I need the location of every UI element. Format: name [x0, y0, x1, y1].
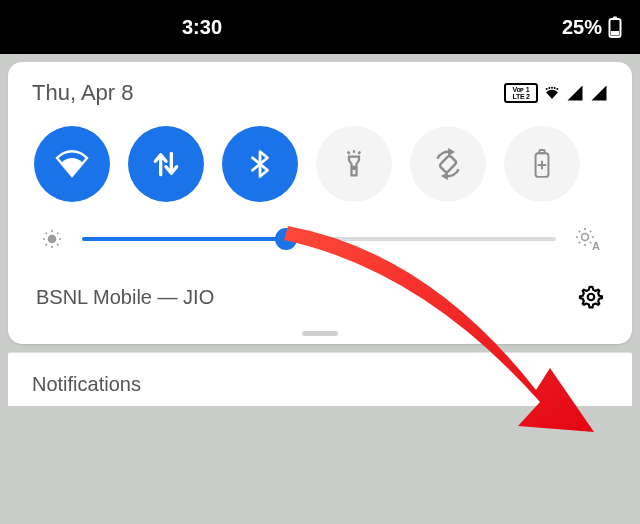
- svg-line-11: [358, 152, 360, 155]
- notifications-label: Notifications: [32, 373, 141, 395]
- flashlight-icon: [339, 149, 369, 179]
- wifi-icon: [54, 146, 90, 182]
- bluetooth-icon: [245, 149, 275, 179]
- signal-bar-2-icon: [590, 84, 608, 102]
- brightness-row: A: [32, 226, 608, 252]
- svg-line-34: [590, 231, 591, 232]
- svg-point-7: [556, 88, 558, 90]
- svg-point-17: [49, 236, 56, 243]
- svg-line-33: [579, 242, 580, 243]
- wifi-tile[interactable]: [34, 126, 110, 202]
- svg-rect-1: [613, 17, 617, 20]
- brightness-thumb[interactable]: [275, 228, 297, 250]
- battery-saver-icon: [529, 149, 555, 179]
- svg-point-6: [554, 87, 556, 89]
- data-arrows-icon: [150, 148, 182, 180]
- svg-point-26: [582, 234, 589, 241]
- mobile-data-tile[interactable]: [128, 126, 204, 202]
- carrier-label[interactable]: BSNL Mobile — JIO: [36, 286, 214, 309]
- autorotate-icon: [432, 148, 464, 180]
- notifications-header[interactable]: Notifications: [8, 352, 632, 406]
- autorotate-tile[interactable]: [410, 126, 486, 202]
- status-bar: 3:30 25%: [0, 0, 640, 54]
- svg-text:A: A: [592, 240, 600, 252]
- svg-rect-12: [439, 155, 457, 173]
- brightness-low-icon: [40, 227, 64, 251]
- svg-line-25: [57, 233, 58, 234]
- brightness-slider[interactable]: [82, 237, 556, 241]
- signal-bar-1-icon: [566, 84, 584, 102]
- battery-icon: [608, 16, 622, 38]
- drag-handle[interactable]: [302, 331, 338, 336]
- date-label[interactable]: Thu, Apr 8: [32, 80, 134, 106]
- svg-line-23: [57, 244, 58, 245]
- brightness-fill: [82, 237, 286, 241]
- flashlight-tile[interactable]: [316, 126, 392, 202]
- battery-percent: 25%: [562, 16, 602, 39]
- qs-tiles-row: [32, 126, 608, 202]
- gear-icon[interactable]: [578, 284, 604, 310]
- status-icons-group: Voᴩ 1LTE 2: [504, 83, 608, 103]
- svg-point-5: [551, 87, 553, 89]
- svg-line-24: [46, 244, 47, 245]
- svg-line-31: [579, 231, 580, 232]
- quick-settings-panel: Thu, Apr 8 Voᴩ 1LTE 2: [8, 62, 632, 344]
- svg-line-10: [348, 152, 350, 155]
- auto-brightness-icon[interactable]: A: [574, 226, 600, 252]
- svg-rect-14: [539, 150, 544, 153]
- wifi-dotted-icon: [544, 85, 560, 101]
- status-time: 3:30: [182, 16, 222, 39]
- status-battery: 25%: [562, 16, 622, 39]
- svg-rect-2: [611, 31, 619, 36]
- bluetooth-tile[interactable]: [222, 126, 298, 202]
- svg-point-3: [546, 88, 548, 90]
- volte-badge-icon: Voᴩ 1LTE 2: [504, 83, 538, 103]
- battery-saver-tile[interactable]: [504, 126, 580, 202]
- svg-point-36: [588, 294, 595, 301]
- svg-point-4: [548, 87, 550, 89]
- svg-point-8: [353, 167, 356, 170]
- svg-line-22: [46, 233, 47, 234]
- svg-line-32: [590, 242, 591, 243]
